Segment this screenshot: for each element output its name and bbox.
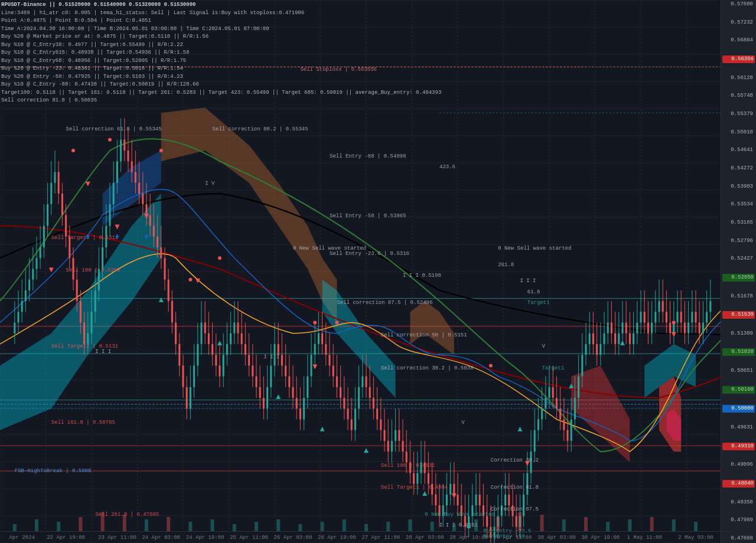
time-label-9: 28 Apr 03:00 (406, 535, 444, 541)
price-label-27: 0.48358 (722, 499, 755, 506)
price-label-2: 0.56864 (722, 37, 755, 44)
price-label-20: 0.50651 (722, 368, 755, 374)
price-label-26: 0.48840 (722, 480, 755, 488)
time-label-4: 24 Apr 19:00 (186, 535, 224, 541)
price-label-14: 0.52427 (722, 256, 755, 262)
time-label-2: 23 Apr 11:00 (98, 535, 136, 541)
price-label-8: 0.54641 (722, 147, 755, 153)
price-label-10: 0.53903 (722, 184, 755, 190)
price-label-16: 0.51678 (722, 293, 755, 300)
price-label-5: 0.55748 (722, 93, 755, 99)
price-label-25: 0.49096 (722, 462, 755, 468)
time-label-14: 1 May 11:00 (627, 535, 662, 541)
time-label-11: 29 Apr 11:00 (494, 535, 532, 541)
time-label-7: 26 Apr 19:00 (318, 535, 356, 541)
price-label-17: 0.51530 (722, 311, 755, 319)
price-label-7: 0.55010 (722, 129, 755, 136)
time-label-13: 30 Apr 19:00 (581, 535, 620, 541)
time-label-12: 30 Apr 03:00 (537, 535, 576, 541)
time-label-3: 24 Apr 03:00 (142, 535, 180, 541)
price-label-13: 0.52796 (722, 238, 755, 244)
chart-container: RPUSDT-Binance || 0.51520000 0.51540000 … (0, 0, 756, 543)
time-label-1: 22 Apr 19:00 (47, 535, 85, 541)
price-label-19: 0.51020 (722, 348, 755, 356)
price-label-24: 0.49310 (722, 443, 755, 450)
time-label-0: Apr 2024 (9, 535, 35, 541)
price-label-3: 0.56356 (722, 55, 755, 63)
price-label-15: 0.52050 (722, 274, 755, 282)
price-label-28: 0.47989 (722, 517, 755, 524)
time-axis: Apr 202422 Apr 19:0023 Apr 11:0024 Apr 0… (0, 531, 732, 543)
price-label-6: 0.55379 (722, 111, 755, 117)
price-label-12: 0.53165 (722, 220, 755, 226)
time-label-10: 28 Apr 19:00 (449, 535, 488, 541)
price-label-4: 0.56128 (722, 75, 755, 81)
price-label-9: 0.54272 (722, 165, 755, 172)
time-label-5: 25 Apr 11:00 (230, 535, 268, 541)
price-label-0: 0.57600 (722, 1, 755, 8)
time-label-8: 27 Apr 11:00 (361, 535, 400, 541)
price-label-23: 0.49631 (722, 424, 755, 431)
price-label-18: 0.51309 (722, 331, 755, 337)
price-chart[interactable] (0, 0, 732, 543)
time-label-15: 2 May 03:00 (678, 535, 713, 541)
price-label-22: 0.50000 (722, 405, 755, 413)
time-label-6: 26 Apr 03:00 (274, 535, 312, 541)
price-axis: 0.576000.572320.568640.563560.561280.557… (721, 0, 756, 543)
price-label-1: 0.57232 (722, 19, 755, 26)
price-label-11: 0.53534 (722, 201, 755, 208)
price-label-21: 0.50160 (722, 386, 755, 394)
